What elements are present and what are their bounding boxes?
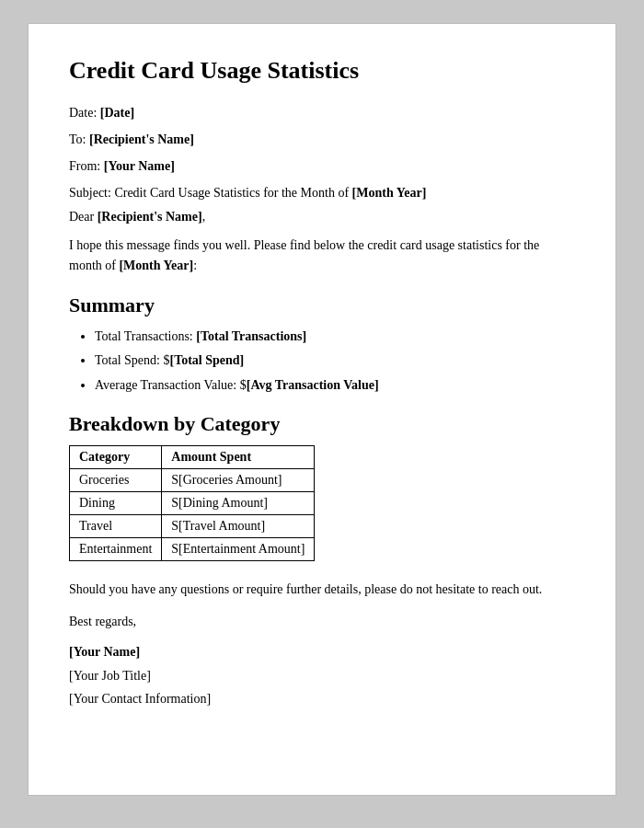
- table-cell-amount: S[Travel Amount]: [162, 514, 315, 537]
- breakdown-heading: Breakdown by Category: [69, 412, 575, 436]
- document-title: Credit Card Usage Statistics: [69, 57, 575, 85]
- from-label: From:: [69, 159, 100, 173]
- intro-month: [Month Year]: [119, 259, 193, 272]
- summary-heading: Summary: [69, 293, 575, 317]
- subject-month: [Month Year]: [352, 186, 427, 200]
- table-row: DiningS[Dining Amount]: [70, 491, 315, 514]
- bullet-2-value: [Total Spend]: [169, 353, 244, 367]
- greeting-name: [Recipient's Name]: [98, 210, 202, 224]
- bullet-3-prefix: Average Transaction Value: $: [95, 378, 247, 392]
- table-cell-category: Dining: [70, 491, 162, 514]
- bullet-avg-transaction: Average Transaction Value: $[Avg Transac…: [95, 375, 575, 396]
- from-line: From: [Your Name]: [69, 156, 575, 176]
- table-cell-category: Travel: [70, 514, 162, 537]
- table-header-amount: Amount Spent: [162, 445, 315, 468]
- subject-prefix: Subject: Credit Card Usage Statistics fo…: [69, 186, 349, 200]
- sig-contact: [Your Contact Information]: [69, 687, 575, 710]
- footer-paragraph: Should you have any questions or require…: [69, 580, 575, 600]
- to-label: To:: [69, 132, 86, 146]
- table-header-row: Category Amount Spent: [70, 445, 315, 468]
- table-row: TravelS[Travel Amount]: [70, 514, 315, 537]
- intro-paragraph: I hope this message finds you well. Plea…: [69, 236, 575, 277]
- date-label: Date:: [69, 106, 97, 120]
- bullet-3-value: [Avg Transaction Value]: [247, 378, 379, 392]
- to-line: To: [Recipient's Name]: [69, 130, 575, 149]
- signature-block: [Your Name] [Your Job Title] [Your Conta…: [69, 640, 575, 710]
- table-row: EntertainmentS[Entertainment Amount]: [70, 537, 315, 560]
- table-cell-category: Groceries: [70, 468, 162, 491]
- table-row: GroceriesS[Groceries Amount]: [70, 468, 315, 491]
- date-line: Date: [Date]: [69, 103, 575, 122]
- table-cell-amount: S[Groceries Amount]: [162, 468, 315, 491]
- date-value: [Date]: [100, 106, 134, 120]
- subject-line: Subject: Credit Card Usage Statistics fo…: [69, 183, 575, 202]
- table-cell-category: Entertainment: [70, 537, 162, 560]
- sig-title: [Your Job Title]: [69, 664, 575, 687]
- category-table: Category Amount Spent GroceriesS[Groceri…: [69, 445, 315, 561]
- bullet-1-value: [Total Transactions]: [196, 329, 306, 343]
- table-cell-amount: S[Entertainment Amount]: [162, 537, 315, 560]
- table-header-category: Category: [70, 445, 162, 468]
- sig-name: [Your Name]: [69, 640, 575, 663]
- greeting-line: Dear [Recipient's Name],: [69, 210, 575, 224]
- bullet-total-spend: Total Spend: $[Total Spend]: [95, 351, 575, 371]
- from-value: [Your Name]: [104, 159, 175, 173]
- to-value: [Recipient's Name]: [89, 132, 194, 146]
- greeting-prefix: Dear: [69, 210, 94, 224]
- table-body: GroceriesS[Groceries Amount]DiningS[Dini…: [70, 468, 315, 560]
- bullet-1-prefix: Total Transactions:: [95, 329, 193, 343]
- greeting-suffix: ,: [202, 210, 206, 224]
- closing-text: Best regards,: [69, 615, 575, 629]
- table-cell-amount: S[Dining Amount]: [162, 491, 315, 514]
- bullet-total-transactions: Total Transactions: [Total Transactions]: [95, 327, 575, 347]
- summary-list: Total Transactions: [Total Transactions]…: [95, 327, 575, 396]
- bullet-2-prefix: Total Spend: $: [95, 353, 169, 367]
- document-page: Credit Card Usage Statistics Date: [Date…: [28, 23, 616, 796]
- intro-colon: :: [193, 259, 197, 272]
